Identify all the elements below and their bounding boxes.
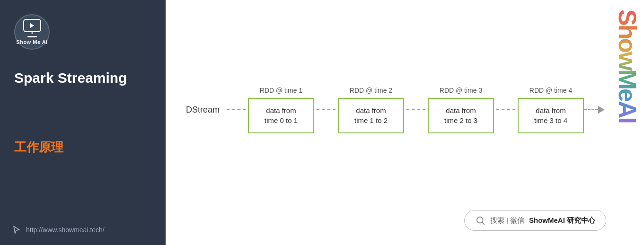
cursor-icon (12, 225, 21, 235)
logo-text: Show Me AI (16, 39, 47, 45)
logo-area: Show Me AI (14, 14, 151, 50)
logo-base (27, 36, 37, 37)
rdd-box-1: data fromtime 1 to 2 (338, 98, 404, 133)
rdd-label-3: RDD @ time 4 (529, 87, 572, 94)
search-prefix: 搜索 | 微信 (490, 216, 524, 225)
main-content: ShowMeAI DStream RDD @ time 1 data fromt… (166, 0, 644, 245)
svg-line-1 (482, 222, 484, 224)
main-title: Spark Streaming (14, 69, 151, 87)
search-brand: ShowMeAI 研究中心 (529, 216, 595, 225)
url-text: http://www.showmeai.tech/ (26, 226, 105, 234)
dashed-line-end (584, 109, 598, 110)
rdd-box-3: data fromtime 3 to 4 (518, 98, 584, 133)
watermark-text: ShowMeAI (613, 9, 642, 122)
dashed-connector-0 (227, 109, 246, 110)
logo-circle: Show Me AI (14, 14, 50, 50)
dashed-connector-2 (406, 109, 425, 110)
dashed-connector-3 (496, 109, 515, 110)
logo-icon (23, 19, 41, 32)
rdd-item-1: RDD @ time 2 data fromtime 1 to 2 (338, 87, 404, 133)
subtitle: 工作原理 (14, 139, 151, 156)
diagram-area: DStream RDD @ time 1 data fromtime 0 to … (185, 14, 635, 205)
url-section: http://www.showmeai.tech/ (12, 225, 105, 235)
dstream-label: DStream (186, 105, 220, 115)
rdd-item-2: RDD @ time 3 data fromtime 2 to 3 (428, 87, 494, 133)
arrow-icon (598, 106, 605, 114)
rdd-label-2: RDD @ time 3 (440, 87, 482, 94)
rdd-label-1: RDD @ time 2 (350, 87, 392, 94)
title-section: Spark Streaming (14, 69, 151, 87)
rdd-item-0: RDD @ time 1 data fromtime 0 to 1 (248, 87, 314, 133)
sidebar: Show Me AI Spark Streaming 工作原理 http://w… (0, 0, 166, 245)
rdd-box-2: data fromtime 2 to 3 (428, 98, 494, 133)
search-icon (475, 215, 485, 226)
dstream-diagram: DStream RDD @ time 1 data fromtime 0 to … (186, 87, 605, 133)
rdd-box-0: data fromtime 0 to 1 (248, 98, 314, 133)
rdd-label-0: RDD @ time 1 (260, 87, 302, 94)
bottom-bar: 搜索 | 微信 ShowMeAI 研究中心 (185, 205, 635, 236)
rdd-item-3: RDD @ time 4 data fromtime 3 to 4 (518, 87, 584, 133)
dashed-connector-1 (317, 109, 335, 110)
search-badge: 搜索 | 微信 ShowMeAI 研究中心 (464, 210, 606, 231)
